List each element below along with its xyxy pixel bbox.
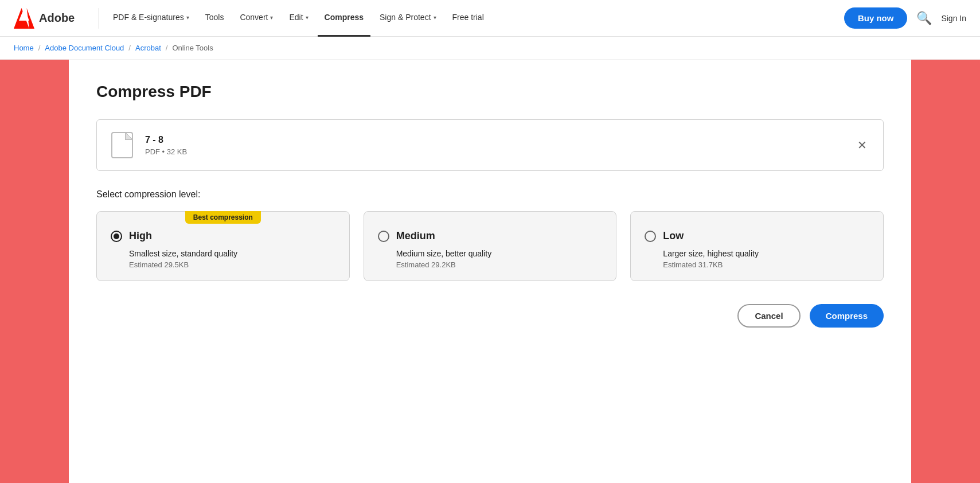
sign-in-link[interactable]: Sign In — [941, 14, 966, 23]
breadcrumb-separator: / — [38, 44, 41, 52]
cancel-button[interactable]: Cancel — [737, 304, 800, 328]
nav-right: Buy now 🔍 Sign In — [844, 7, 966, 29]
brand-name: Adobe — [39, 11, 75, 25]
breadcrumb-separator: / — [166, 44, 168, 52]
radio-low[interactable] — [645, 231, 656, 242]
page-title: Compress PDF — [96, 83, 884, 101]
nav-item-free-trial[interactable]: Free trial — [446, 0, 491, 37]
compression-option-medium[interactable]: Medium Medium size, better quality Estim… — [364, 211, 617, 281]
buy-now-button[interactable]: Buy now — [844, 7, 908, 29]
card-header-medium: Medium — [378, 230, 603, 242]
nav-item-edit[interactable]: Edit ▾ — [282, 0, 315, 37]
adobe-logo-icon — [14, 8, 34, 29]
action-row: Cancel Compress — [96, 304, 884, 328]
breadcrumb-separator: / — [128, 44, 131, 52]
file-icon — [111, 131, 134, 159]
adobe-logo[interactable]: Adobe — [14, 8, 83, 29]
radio-inner-high — [114, 233, 119, 239]
best-compression-badge: Best compression — [185, 211, 261, 224]
top-navigation: Adobe PDF & E-signatures ▾ Tools Convert… — [0, 0, 980, 37]
file-info: 7 - 8 PDF • 32 KB — [145, 135, 855, 156]
main-content: Compress PDF 7 - 8 PDF • 32 KB ✕ Select … — [69, 60, 911, 483]
card-desc-low: Larger size, highest quality — [645, 249, 869, 258]
card-estimate-high: Estimated 29.5KB — [111, 260, 335, 269]
nav-item-convert[interactable]: Convert ▾ — [233, 0, 280, 37]
nav-item-compress[interactable]: Compress — [318, 0, 370, 37]
radio-high[interactable] — [111, 231, 122, 242]
page-wrapper: Compress PDF 7 - 8 PDF • 32 KB ✕ Select … — [0, 60, 980, 483]
breadcrumb-acrobat[interactable]: Acrobat — [135, 44, 161, 52]
nav-divider — [99, 8, 99, 29]
file-name: 7 - 8 — [145, 135, 855, 145]
chevron-down-icon: ▾ — [434, 14, 436, 21]
nav-item-sign-protect[interactable]: Sign & Protect ▾ — [373, 0, 443, 37]
card-title-high: High — [129, 230, 152, 242]
compression-option-high[interactable]: Best compression High Smallest size, sta… — [96, 211, 350, 281]
card-header-high: High — [111, 230, 335, 242]
breadcrumb-current: Online Tools — [172, 44, 213, 52]
file-card: 7 - 8 PDF • 32 KB ✕ — [96, 119, 884, 171]
remove-file-button[interactable]: ✕ — [855, 136, 869, 154]
card-estimate-medium: Estimated 29.2KB — [378, 260, 603, 269]
card-title-medium: Medium — [396, 230, 435, 242]
nav-item-tools[interactable]: Tools — [198, 0, 231, 37]
compress-button[interactable]: Compress — [810, 304, 884, 328]
chevron-down-icon: ▾ — [186, 14, 189, 21]
left-accent — [0, 60, 69, 483]
card-title-low: Low — [663, 230, 684, 242]
radio-medium[interactable] — [378, 231, 389, 242]
right-accent — [911, 60, 980, 483]
breadcrumb-home[interactable]: Home — [14, 44, 34, 52]
card-desc-high: Smallest size, standard quality — [111, 249, 335, 258]
compression-option-low[interactable]: Low Larger size, highest quality Estimat… — [630, 211, 884, 281]
file-meta: PDF • 32 KB — [145, 147, 855, 156]
nav-item-pdf-esignatures[interactable]: PDF & E-signatures ▾ — [106, 0, 196, 37]
card-header-low: Low — [645, 230, 869, 242]
chevron-down-icon: ▾ — [306, 14, 309, 21]
compression-level-label: Select compression level: — [96, 189, 884, 200]
compression-options: Best compression High Smallest size, sta… — [96, 211, 884, 281]
chevron-down-icon: ▾ — [270, 14, 273, 21]
breadcrumb-document-cloud[interactable]: Adobe Document Cloud — [45, 44, 124, 52]
breadcrumb: Home / Adobe Document Cloud / Acrobat / … — [0, 37, 980, 60]
search-icon[interactable]: 🔍 — [916, 11, 932, 26]
card-desc-medium: Medium size, better quality — [378, 249, 603, 258]
card-estimate-low: Estimated 31.7KB — [645, 260, 869, 269]
